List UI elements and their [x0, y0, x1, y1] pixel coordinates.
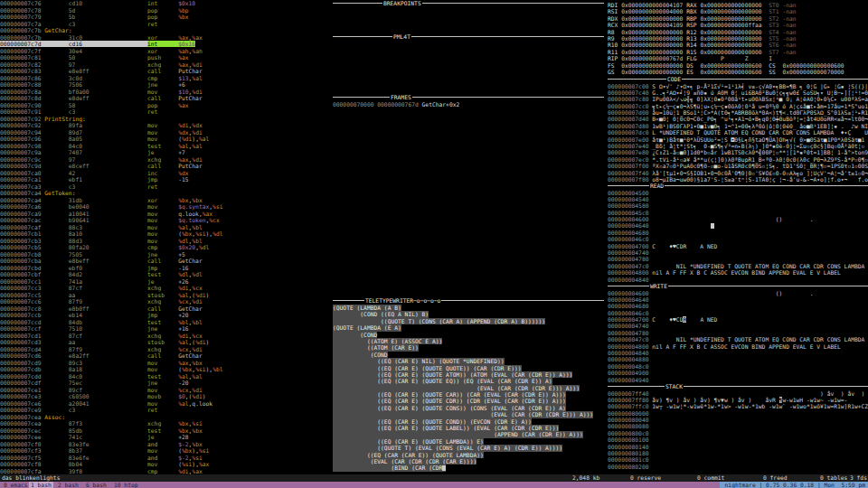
read-memory-panel[interactable]: 000000004500 000000004540 000000004580 0…	[608, 190, 868, 283]
disasm-row[interactable]: 000000007c88 7506 jne +6	[0, 81, 288, 89]
code-dump-row: 000000007f80 o8¬μIBa¬uw00)§1a7'S-¦S≥a'tⁿ…	[608, 176, 868, 183]
disasm-row[interactable]: 000000007c8a bf0a00 mov $10,%di	[0, 89, 288, 96]
code-dump-row: 000000007f40 λå'[tμ1▾0¬S§IOB1▾0¬0c0Å'0¶0…	[608, 170, 868, 176]
taskbar-window-10-htop[interactable]: 10 htop	[112, 482, 140, 488]
disasm-row[interactable]: 000000007c82 97 xchg %ax,%di	[0, 61, 288, 69]
disasm-row[interactable]: 000000007cd6 e8a2ff call GetChar	[0, 352, 288, 360]
disasm-row[interactable]: 000000007c79 5b pop %bx	[0, 14, 288, 21]
disasm-row[interactable]: 000000007cb8 7505 jne +5	[0, 251, 288, 258]
disasm-row[interactable]: 000000007cc8 e8b0ff call GetChar	[0, 305, 288, 313]
disasm-row[interactable]: 000000007ca9 a10041 mov q.look,%ax	[0, 211, 288, 218]
disasm-row[interactable]: 000000007c83 e8e8ff call PutChar	[0, 68, 288, 75]
disasm-row[interactable]: 000000007c78 5d pop %bp	[0, 7, 288, 14]
disasm-row[interactable]: 000000007c96 8a05 mov (%di),%al	[0, 136, 288, 143]
disasm-row[interactable]: 000000007c92 89fa mov %di,%dx	[0, 122, 288, 129]
disasm-row[interactable]: 000000007ce9 c3 ret	[0, 407, 288, 414]
section-header-read: READ	[608, 183, 868, 189]
disasm-row[interactable]: 000000007cc6 87f9 xchg %cx,%di	[0, 298, 288, 305]
disasm-row[interactable]: 000000007cf8 8b04 mov (%si),%ax	[0, 461, 288, 468]
disasm-row[interactable]: 000000007ce1 89cf mov %cx,%di	[0, 387, 288, 394]
disasm-row[interactable]: 000000007c7f 30e4 xor %ah,%ah	[0, 48, 288, 55]
disasm-row[interactable]: 000000007ce3 c60500 movb $0,(%di)	[0, 393, 288, 400]
frame-entry[interactable]: 000000070000 00000000767d GetChar+0x2	[333, 101, 459, 108]
disasm-row[interactable]: 000000007cb1 8a10 mov (%bx,%si),%dl	[0, 230, 288, 238]
disasm-row[interactable]: 000000007c9c 97 xchg %ax,%di	[0, 156, 288, 164]
disasm-row[interactable]: 000000007ca6 be0040 mov $q.syntax,%si	[0, 203, 288, 211]
disasm-row[interactable]: 000000007cc5 aa stosb %al,(%di)	[0, 292, 288, 299]
tty-line: ((EQ (CAR E) NIL) (QUOTE *UNDEFINED))	[333, 358, 505, 364]
disasm-row[interactable]: 000000007c90 58 pop %ax	[0, 102, 288, 109]
taskbar-window-6-bash[interactable]: 6 bash	[84, 482, 108, 488]
register-row: RDX 0x0000000000000000 RBP 0x00000000000…	[608, 15, 868, 22]
disasm-row[interactable]: 000000007c7b 31c0 xor %ax,%ax	[0, 34, 288, 42]
register-row: GS 0x0000000000000000 ES 0x0000000000000…	[608, 69, 868, 75]
disasm-row[interactable]: 000000007caf 88c3 mov %al,%bl	[0, 224, 288, 231]
section-header-teletypewriter: TELETYPEWRITER─o─o─o─o	[333, 297, 604, 304]
disasm-row[interactable]: 000000007ca4 31db xor %bx,%bx	[0, 197, 288, 204]
disasm-row[interactable]: 000000007cd1 87cf xchg %di,%cx	[0, 333, 288, 340]
disasm-row[interactable]: 000000007c98 84c0 test %al,%al	[0, 143, 288, 150]
disasm-row[interactable]: 000000007c7d cd16 int $0x16	[0, 41, 288, 48]
disasm-row[interactable]: 000000007c9d e8ceff call PutChar	[0, 163, 288, 170]
disasm-row[interactable]: 000000007cee 741c je +28	[0, 434, 288, 441]
disasm-row[interactable]: 000000007cec 85db test %bx,%bx	[0, 427, 288, 435]
code-memory-dump[interactable]: 000000007c00 S Ω▾√' ♪▾Ω▾╕ p-Å²1Σ√¹=1¹1λ╡…	[608, 83, 868, 183]
disasm-row[interactable]: 000000007cd3 aa stosb %al,(%di)	[0, 339, 288, 346]
register-row: FS 0x0000000000000000 DS 0x0000000000000…	[608, 62, 868, 69]
disasm-row[interactable]: 000000007cea 87f3 xchg %bx,%si	[0, 420, 288, 427]
disasm-row[interactable]: 000000007cbf 84d2 test %dl,%dl	[0, 271, 288, 278]
disasm-row[interactable]: 000000007ccd 84db test %bl,%bl	[0, 319, 288, 326]
write-row: 000000004700 C ♦♥CDR A NED	[608, 316, 868, 323]
read-row: 000000004500	[608, 190, 868, 196]
disasm-row[interactable]: 000000007cb5 80fa20 cmp $0x20,%dl	[0, 244, 288, 251]
disasm-row[interactable]: 000000007cac b90641 mov $q.token,%cx	[0, 217, 288, 224]
disasm-row[interactable]: 000000007c91 c3 ret	[0, 108, 288, 116]
teletypewriter-output[interactable]: (QUOTE (LAMBDA (A B) (COND ((EQ A NIL) B…	[333, 305, 593, 472]
disasm-row[interactable]: 000000007ca3 c3 ret	[0, 183, 288, 191]
disasm-row[interactable]: 000000007cdd 84c0 test %al,%al	[0, 373, 288, 380]
disasm-row[interactable]: 000000007cbd ebf0 jmp -16	[0, 265, 288, 272]
disasm-row[interactable]: 000000007ccf 7510 jne +16	[0, 325, 288, 333]
disasm-label-row[interactable]: 000000007ca4 GetToken:	[0, 190, 288, 197]
tty-line: ((EQ (CAR E) (QUOTE LAMBDA)) E)	[333, 438, 484, 445]
disasm-row[interactable]: 000000007ccb eb14 jmp +20	[0, 312, 288, 319]
disasm-row[interactable]: 000000007c76 cd10 int $0x10	[0, 0, 288, 7]
disasm-row[interactable]: 000000007c94 89d7 mov %dx,%di	[0, 129, 288, 136]
register-row: R10 0x0000000000000000 R14 0x00000000000…	[608, 42, 868, 48]
disasm-row[interactable]: 000000007ce6 a20041 mov %al,q.look	[0, 400, 288, 408]
disasm-row[interactable]: 000000007cfa 39f8 cmp %di,%ax	[0, 468, 288, 475]
disasm-label-row[interactable]: 000000007cea Assoc:	[0, 414, 288, 421]
disassembly-panel[interactable]: 000000007c76 cd10 int $0x10000000007c78 …	[0, 0, 288, 474]
disasm-row[interactable]: 000000007cf3 8b37 mov (%bx),%si	[0, 447, 288, 455]
disasm-row[interactable]: 000000007cba e8beff call GetChar	[0, 258, 288, 265]
disasm-row[interactable]: 000000007cb3 88d3 mov %dl,%bl	[0, 238, 288, 245]
disasm-row[interactable]: 000000007c81 50 push %ax	[0, 54, 288, 61]
disasm-row[interactable]: 000000007c9a 7407 je +7	[0, 149, 288, 156]
tty-line: ((EQ (CAR E) (QUOTE COND)) (EVCON (CDR E…	[333, 418, 532, 425]
disasm-row[interactable]: 000000007c7a c3 ret	[0, 21, 288, 28]
disasm-row[interactable]: 000000007cf5 83e6fe and $-2,%si	[0, 455, 288, 462]
disasm-row[interactable]: 000000007cdb 8a18 mov (%bx,%si),%bl	[0, 366, 288, 373]
stack-memory-panel[interactable]: 00000007ff40 ) åv ) åv )00000007ff80 åv)…	[608, 390, 868, 471]
taskbar-window-0-emacs[interactable]: 0 emacs	[2, 482, 30, 488]
write-row: 000000004780	[608, 330, 868, 336]
middle-panel: BREAKPOINTSPML4TFRAMESTELETYPEWRITER─o─o…	[333, 0, 604, 474]
write-row: 000000004880	[608, 356, 868, 362]
code-dump-row: 000000007dc0 L *UNDEFINED T QUOTE ATOM E…	[608, 129, 868, 136]
stack-row: 000000080200	[608, 464, 868, 470]
write-memory-panel[interactable]: 000000004600 () .000000004640 0000000046…	[608, 290, 868, 383]
taskbar-window-1-bash[interactable]: 1 bash	[29, 482, 53, 488]
disasm-label-row[interactable]: 000000007c92 PrintString:	[0, 116, 288, 123]
disasm-row[interactable]: 000000007cdf 75ec jne -20	[0, 380, 288, 387]
disasm-row[interactable]: 000000007ca1 ebf1 jmp -15	[0, 176, 288, 183]
disasm-row[interactable]: 000000007cc3 87cf xchg %di,%cx	[0, 285, 288, 292]
disasm-row[interactable]: 000000007cf0 83e3fe and $-2,%bx	[0, 441, 288, 448]
disasm-row[interactable]: 000000007ca0 42 inc %dx	[0, 170, 288, 177]
disasm-row[interactable]: 000000007c8d e8deff call PutChar	[0, 95, 288, 102]
taskbar-window-2-bash[interactable]: 2 bash	[56, 482, 80, 488]
disasm-row[interactable]: 000000007cc1 741a je +26	[0, 278, 288, 286]
disasm-row[interactable]: 000000007c86 3c0d cmp $13,%al	[0, 75, 288, 82]
disasm-label-row[interactable]: 000000007c7b GetChar:	[0, 27, 288, 34]
disasm-row[interactable]: 000000007cd9 89c3 mov %ax,%bx	[0, 360, 288, 367]
disasm-row[interactable]: 000000007cd4 87f9 xchg %cx,%di	[0, 346, 288, 353]
